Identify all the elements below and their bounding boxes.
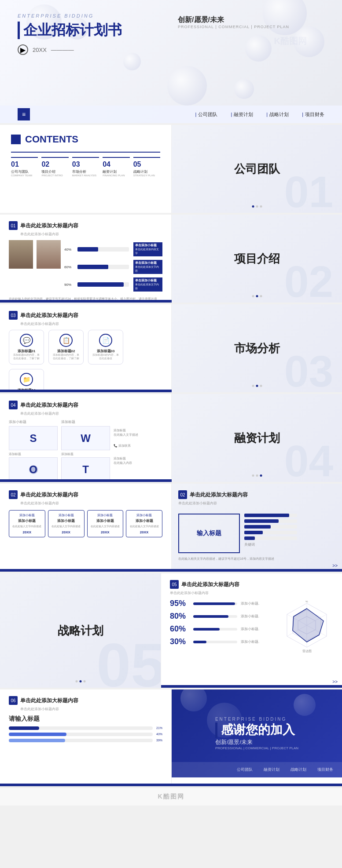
h-bar-5 xyxy=(244,536,335,540)
dots-indicator-2 xyxy=(252,295,262,297)
contents-divider xyxy=(11,152,160,153)
financing-title-panel: 04 融资计划 xyxy=(172,394,342,482)
bar-60: 60% 单击添加小标题单击此处添加文字内容 xyxy=(64,260,162,274)
project-intro-title: 项目介绍 xyxy=(234,251,280,266)
percent-80: 80% 添加小标题. xyxy=(170,612,276,621)
big-number-bg-3: 03 xyxy=(284,346,333,392)
bar-badge-1: 单击添加小标题单击此处添加内容文字 xyxy=(133,242,162,256)
nav-menu-icon[interactable]: ≡ xyxy=(18,108,30,120)
h-bar-1 xyxy=(244,514,335,517)
bar-badge-3: 单击添加小标题单击此处添加文字内容 xyxy=(133,277,162,292)
progress-bars: 21% 40% 39% xyxy=(9,726,162,742)
section-header-4: 04 单击此处添加大标题内容 xyxy=(9,401,162,409)
section-number: 01 xyxy=(9,221,18,230)
percent-30: 30% 添加小标题. xyxy=(170,637,276,646)
photo-1 xyxy=(9,240,33,269)
photo-2 xyxy=(37,240,61,269)
percent-95: 95% 添加小标题. xyxy=(170,599,276,608)
section-title-3: 单击此处添加大标题内容 xyxy=(20,312,78,319)
icon-card-2: 📋 添加标题02 添加标题02的内容，单击此处修改，了解了解 xyxy=(48,330,84,365)
keyword-label: 关键词 xyxy=(244,542,335,547)
chart-desc: 在此输入相关文字内容描述，建议字号不超过16号，添加内容文字描述 xyxy=(178,557,335,561)
contents-item-3: 03 市场分析 MARKET ANALYSIS xyxy=(72,157,99,177)
section-number-6l: 02 xyxy=(9,490,18,499)
cover-nav-bar: ≡ |公司团队 |融资计划 |战略计划 |项目财务 xyxy=(0,106,342,123)
timeline-box-3: 添加小标题 添加小标题 在此处输入文字内容描述 20XX xyxy=(87,510,124,537)
final-nav-3: 战略计划 xyxy=(291,767,306,773)
final-cn-title: 感谢您的加入 xyxy=(215,722,298,738)
nav-item-4[interactable]: |项目财务 xyxy=(302,111,324,118)
financing-content-panel: 04 单击此处添加大标题内容 单击此处添加小标题内容 添加小标题 S 添加标题 … xyxy=(0,394,172,482)
big-number-bg: 01 xyxy=(284,167,333,213)
section-title-8l: 单击此处添加大标题内容 xyxy=(20,697,78,704)
section-header-8l: 06 单击此处添加大标题内容 xyxy=(9,696,162,705)
final-content: ENTERPRISE BIDDING 感谢您的加入 创新/愿景/未来 PROFE… xyxy=(202,708,312,759)
section-header: 01 单击此处添加大标题内容 xyxy=(9,221,162,230)
blue-footer-8l xyxy=(0,784,342,786)
blue-footer-7r xyxy=(161,685,342,688)
team-photos xyxy=(9,240,61,269)
swot-t: T xyxy=(61,457,110,481)
nav-item-3[interactable]: |战略计划 xyxy=(266,111,289,118)
swot-o: O xyxy=(9,457,58,481)
section-subtitle-3: 单击此处添加小标题内容 xyxy=(20,321,162,326)
blue-footer-6r xyxy=(172,569,342,572)
slide-strategy-content: 02 单击此处添加大标题内容 单击此处添加小标题内容 添加小标题 添加小标题 在… xyxy=(0,484,342,572)
contents-items-list: 01 公司与团队 COMPANY TEAM 02 项目介绍 PROJECT IN… xyxy=(11,157,160,177)
h-bar-4 xyxy=(244,531,335,534)
section-subtitle-6l: 单击此处添加小标题内容 xyxy=(20,501,162,506)
prog-1: 21% xyxy=(9,726,162,730)
section-title-6l: 单击此处添加大标题内容 xyxy=(20,491,78,499)
chat-icon: 💬 xyxy=(20,334,33,347)
contents-panel: CONTENTS 01 公司与团队 COMPANY TEAM 02 项目介绍 P… xyxy=(0,125,172,213)
arrow-icon-6r: >> xyxy=(332,563,338,568)
nav-item-1[interactable]: |公司团队 xyxy=(195,111,218,118)
contents-item-2: 02 项目介绍 PROJECT INTRO xyxy=(41,157,68,177)
icon-card-3: 📄 添加标题03 添加标题03的内容，单击此处修改 xyxy=(88,330,123,365)
section-title-6r: 单击此处添加大标题内容 xyxy=(190,491,248,499)
bottom-watermark-text: K酷图网 xyxy=(158,793,184,801)
section-subtitle-6r: 单击此处添加小标题内容 xyxy=(178,501,335,506)
chart-panel: 02 单击此处添加大标题内容 单击此处添加小标题内容 输入标题 xyxy=(172,484,342,572)
big-number-bg-2: 02 xyxy=(284,256,333,303)
percent-and-radar: 95% 添加小标题. 80% 添加小标题. 60% xyxy=(170,599,333,652)
svg-text:%: % xyxy=(305,600,308,603)
slide-financing: 04 单击此处添加大标题内容 单击此处添加小标题内容 添加小标题 S 添加标题 … xyxy=(0,394,342,482)
slide-last-content: 06 单击此处添加大标题内容 单击此处添加小标题内容 请输入标题 21% 4 xyxy=(0,689,342,786)
contents-header: CONTENTS xyxy=(11,134,160,145)
cover-content: ENTERPRISE BIDDING 企业招标计划书 创新/愿景/未来 PROF… xyxy=(0,0,342,59)
nav-item-2[interactable]: |融资计划 xyxy=(231,111,253,118)
section-title-7r: 单击此处添加大标题内容 xyxy=(181,581,239,588)
final-en-title: ENTERPRISE BIDDING xyxy=(215,717,298,722)
swot-left-labels: 添加小标题 S 添加标题 O xyxy=(9,419,58,481)
h-bar-2 xyxy=(244,519,335,523)
swot-s: S xyxy=(9,426,58,450)
bar-90: 90% 单击添加小标题单击此处添加文字内容 xyxy=(64,277,162,292)
market-analysis-title: 市场分析 xyxy=(234,341,280,356)
dots-indicator-4 xyxy=(252,474,262,477)
slide-cover: ENTERPRISE BIDDING 企业招标计划书 创新/愿景/未来 PROF… xyxy=(0,0,342,123)
svg-marker-6 xyxy=(293,609,324,642)
prog-3: 39% xyxy=(9,739,162,742)
big-number-bg-4: 04 xyxy=(284,436,333,482)
contents-item-4: 04 融资计划 FINANCING PLAN xyxy=(103,157,129,177)
section-subtitle: 单击此处添加小标题内容 xyxy=(20,232,162,237)
big-number-bg-5: 05 xyxy=(96,630,161,688)
play-button[interactable]: ▶ xyxy=(18,44,28,55)
nav-items-list: |公司团队 |融资计划 |战略计划 |项目财务 xyxy=(195,111,324,118)
h-bar-3 xyxy=(244,525,335,529)
arrow-icon-7r: >> xyxy=(332,679,338,684)
slide-final-thankyou: ENTERPRISE BIDDING 感谢您的加入 创新/愿景/未来 PROFE… xyxy=(172,689,342,777)
company-team-title-panel: 01 公司团队 xyxy=(172,125,342,213)
input-title-large[interactable]: 请输入标题 xyxy=(9,715,162,723)
section-header-7r: 05 单击此处添加大标题内容 xyxy=(170,580,333,589)
contents-item-1: 01 公司与团队 COMPANY TEAM xyxy=(11,157,38,177)
slide-strategy-title: 05 战略计划 05 单击此处添加大标题内容 单击此处添加小标题内容 95% 添… xyxy=(0,573,342,688)
slide-company-team-content: 01 单击此处添加大标题内容 单击此处添加小标题内容 40% 单击添加小标 xyxy=(0,215,342,303)
input-title-box[interactable]: 输入标题 xyxy=(178,514,240,553)
project-intro-title-panel: 02 项目介绍 xyxy=(172,215,342,303)
final-nav-1: 公司团队 xyxy=(237,767,253,773)
icon-grid: 💬 添加标题01 添加标题01的内容，单击此处修改，了解了解 📋 添加标题02 … xyxy=(9,330,162,392)
section-subtitle-8l: 单击此处添加小标题内容 xyxy=(20,707,162,711)
icon-card-1: 💬 添加标题01 添加标题01的内容，单击此处修改，了解了解 xyxy=(9,330,44,365)
